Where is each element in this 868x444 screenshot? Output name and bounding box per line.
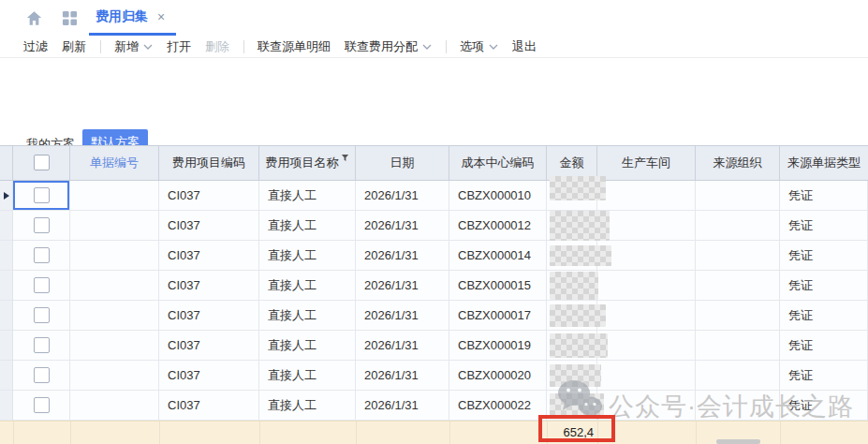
cell-expense-item-name[interactable]: 直接人工 [259, 271, 356, 301]
cell-workshop[interactable] [597, 271, 696, 301]
cell-expense-item-name[interactable]: 直接人工 [259, 331, 356, 361]
cell-expense-item-code[interactable]: CI037 [159, 331, 259, 361]
toolbar-button-filter[interactable]: 过滤 [23, 38, 48, 55]
cell-cost-center-code[interactable]: CBZX000014 [449, 241, 547, 271]
cell-bill-no[interactable] [70, 391, 159, 421]
cell-date[interactable]: 2026/1/31 [356, 331, 449, 361]
cell-source-doc-type[interactable]: 凭证 [780, 271, 868, 301]
cell-expense-item-code[interactable]: CI037 [159, 391, 259, 421]
apps-grid-icon[interactable] [62, 10, 78, 26]
header-source-org[interactable]: 来源组织 [696, 146, 780, 180]
cell-workshop[interactable] [597, 331, 696, 361]
cell-cost-center-code[interactable]: CBZX000017 [449, 301, 547, 331]
cell-source-org[interactable] [696, 271, 780, 301]
toolbar-button-options[interactable]: 选项 [460, 38, 498, 55]
cell-bill-no[interactable] [70, 211, 159, 241]
cell-bill-no[interactable] [70, 181, 159, 211]
header-amount[interactable]: 金额 [547, 146, 597, 180]
cell-cost-center-code[interactable]: CBZX000020 [449, 361, 547, 391]
cell-bill-no[interactable] [70, 241, 159, 271]
cell-cost-center-code[interactable]: CBZX000012 [449, 211, 547, 241]
table-row[interactable]: CI037 直接人工 2026/1/31 CBZX000014 凭证 [0, 241, 868, 271]
cell-date[interactable]: 2026/1/31 [356, 181, 449, 211]
cell-cost-center-code[interactable]: CBZX000022 [449, 391, 547, 421]
header-expense-item-code[interactable]: 费用项目编码 [159, 146, 259, 180]
row-checkbox[interactable] [34, 397, 50, 413]
toolbar-button-open[interactable]: 打开 [167, 38, 191, 55]
cell-expense-item-name[interactable]: 直接人工 [259, 211, 356, 241]
row-checkbox[interactable] [34, 367, 50, 383]
table-row[interactable]: CI037 直接人工 2026/1/31 CBZX000020 凭证 [0, 361, 868, 391]
header-select-all[interactable] [13, 146, 70, 180]
toolbar-button-link-source-detail[interactable]: 联查源单明细 [257, 38, 331, 55]
cell-bill-no[interactable] [70, 331, 159, 361]
cell-date[interactable]: 2026/1/31 [356, 391, 449, 421]
row-select-cell[interactable] [13, 241, 70, 271]
row-checkbox[interactable] [34, 187, 50, 203]
cell-date[interactable]: 2026/1/31 [356, 271, 449, 301]
cell-date[interactable]: 2026/1/31 [356, 211, 449, 241]
row-checkbox[interactable] [34, 277, 50, 293]
cell-bill-no[interactable] [70, 271, 159, 301]
header-workshop[interactable]: 生产车间 [597, 146, 696, 180]
row-select-cell[interactable] [13, 361, 70, 391]
cell-expense-item-code[interactable]: CI037 [159, 241, 259, 271]
row-checkbox[interactable] [34, 337, 50, 353]
cell-date[interactable]: 2026/1/31 [356, 301, 449, 331]
row-select-cell[interactable] [13, 271, 70, 301]
cell-expense-item-name[interactable]: 直接人工 [259, 301, 356, 331]
table-row[interactable]: CI037 直接人工 2026/1/31 CBZX000015 凭证 [0, 271, 868, 301]
table-row[interactable]: CI037 直接人工 2026/1/31 CBZX000012 凭证 [0, 211, 868, 241]
header-expense-item-name[interactable]: 费用项目名称 [259, 146, 356, 180]
row-checkbox[interactable] [34, 247, 50, 263]
cell-expense-item-code[interactable]: CI037 [159, 301, 259, 331]
select-all-checkbox[interactable] [34, 155, 50, 170]
cell-source-doc-type[interactable]: 凭证 [780, 211, 868, 241]
cell-expense-item-name[interactable]: 直接人工 [259, 241, 356, 271]
filter-funnel-icon[interactable] [341, 154, 349, 162]
cell-source-doc-type[interactable]: 凭证 [780, 331, 868, 361]
row-select-cell[interactable] [13, 301, 70, 331]
table-row[interactable]: CI037 直接人工 2026/1/31 CBZX000022 凭证 [0, 391, 868, 421]
cell-expense-item-code[interactable]: CI037 [159, 271, 259, 301]
toolbar-button-exit[interactable]: 退出 [512, 38, 537, 55]
tab-close-icon[interactable]: × [157, 9, 165, 24]
cell-source-doc-type[interactable]: 凭证 [780, 391, 868, 421]
cell-source-org[interactable] [696, 181, 780, 211]
horizontal-scrollbar-thumb[interactable] [716, 439, 760, 444]
cell-cost-center-code[interactable]: CBZX000015 [449, 271, 547, 301]
cell-source-org[interactable] [696, 391, 780, 421]
cell-workshop[interactable] [597, 361, 696, 391]
cell-expense-item-code[interactable]: CI037 [159, 181, 259, 211]
cell-bill-no[interactable] [70, 361, 159, 391]
home-icon[interactable] [26, 10, 42, 26]
cell-expense-item-code[interactable]: CI037 [159, 361, 259, 391]
cell-workshop[interactable] [597, 181, 696, 211]
header-cost-center-code[interactable]: 成本中心编码 [449, 146, 547, 180]
cell-source-org[interactable] [696, 211, 780, 241]
toolbar-button-new[interactable]: 新增 [114, 38, 153, 55]
cell-cost-center-code[interactable]: CBZX000010 [449, 181, 547, 211]
row-select-cell[interactable] [13, 181, 70, 211]
cell-expense-item-code[interactable]: CI037 [159, 211, 259, 241]
header-bill-no[interactable]: 单据编号 [70, 146, 159, 180]
cell-date[interactable]: 2026/1/31 [356, 241, 449, 271]
header-source-doc-type[interactable]: 来源单据类型 [780, 146, 868, 180]
toolbar-button-link-expense-allocation[interactable]: 联查费用分配 [345, 38, 432, 55]
cell-source-doc-type[interactable]: 凭证 [780, 181, 868, 211]
cell-source-org[interactable] [696, 301, 780, 331]
header-date[interactable]: 日期 [356, 146, 449, 180]
cell-workshop[interactable] [597, 211, 696, 241]
cell-expense-item-name[interactable]: 直接人工 [259, 391, 356, 421]
cell-source-org[interactable] [696, 361, 780, 391]
cell-workshop[interactable] [597, 301, 696, 331]
cell-source-doc-type[interactable]: 凭证 [780, 301, 868, 331]
cell-expense-item-name[interactable]: 直接人工 [259, 361, 356, 391]
row-checkbox[interactable] [34, 307, 50, 323]
table-row[interactable]: CI037 直接人工 2026/1/31 CBZX000019 凭证 [0, 331, 868, 361]
toolbar-button-refresh[interactable]: 刷新 [62, 38, 86, 55]
row-checkbox[interactable] [34, 217, 50, 233]
cell-date[interactable]: 2026/1/31 [356, 361, 449, 391]
row-select-cell[interactable] [13, 211, 70, 241]
cell-expense-item-name[interactable]: 直接人工 [259, 181, 356, 211]
